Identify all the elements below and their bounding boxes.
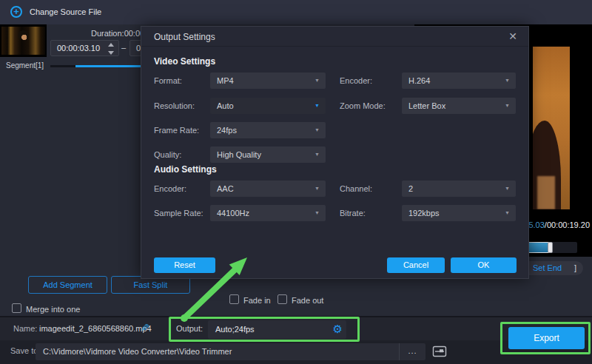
export-button[interactable]: Export — [508, 327, 585, 349]
chevron-down-icon: ▼ — [314, 73, 320, 89]
resolution-dropdown[interactable]: Auto▼ — [210, 98, 326, 114]
browse-button[interactable]: ... — [399, 343, 426, 360]
sample-rate-value: 44100Hz — [217, 209, 249, 218]
segment-label: Segment[1] — [6, 61, 44, 70]
fade-in-label: Fade in — [243, 296, 271, 305]
cancel-button[interactable]: Cancel — [387, 257, 445, 273]
change-source-file-button[interactable]: Change Source File — [30, 7, 101, 16]
save-path-field[interactable]: C:\Vidmore\Vidmore Video Converter\Video… — [36, 343, 426, 360]
bitrate-dropdown[interactable]: 192kbps▼ — [402, 205, 516, 221]
edit-name-icon[interactable]: ✎ — [141, 322, 149, 334]
sample-rate-label: Sample Rate: — [154, 209, 204, 218]
set-end-label: Set End — [533, 263, 562, 272]
zoom-mode-value: Letter Box — [408, 101, 445, 110]
volume-slider-handle[interactable] — [548, 242, 553, 253]
format-dropdown[interactable]: MP4▼ — [210, 73, 326, 89]
fade-out-checkbox[interactable] — [278, 294, 287, 304]
audio-encoder-value: AAC — [217, 184, 234, 193]
chevron-down-icon: ▼ — [314, 205, 320, 221]
start-time-value: 00:00:03.10 — [57, 44, 100, 53]
spinner-down-icon[interactable] — [108, 51, 114, 55]
video-encoder-label: Encoder: — [340, 76, 372, 85]
merge-into-one-checkbox[interactable] — [12, 303, 21, 313]
frame-rate-label: Frame Rate: — [154, 126, 199, 135]
duration-label: Duration:00:00 — [91, 29, 144, 38]
sample-rate-dropdown[interactable]: 44100Hz▼ — [210, 205, 326, 221]
segment-progress-track[interactable] — [50, 65, 75, 67]
channel-label: Channel: — [340, 184, 372, 193]
frame-rate-dropdown[interactable]: 24fps▼ — [210, 122, 326, 138]
audio-encoder-label: Encoder: — [154, 184, 186, 193]
chevron-down-icon: ▼ — [505, 98, 510, 114]
set-end-bracket-right: ] — [574, 263, 576, 272]
audio-encoder-dropdown[interactable]: AAC▼ — [210, 181, 326, 197]
chevron-down-icon: ▼ — [314, 98, 320, 114]
bitrate-value: 192kbps — [408, 209, 440, 218]
audio-settings-heading: Audio Settings — [154, 164, 217, 175]
reset-button[interactable]: Reset — [154, 257, 215, 273]
save-path-value: C:\Vidmore\Vidmore Video Converter\Video… — [43, 347, 232, 356]
bitrate-label: Bitrate: — [340, 209, 366, 218]
chevron-down-icon: ▼ — [314, 122, 320, 138]
video-figure-detail — [537, 176, 555, 209]
channel-value: 2 — [408, 184, 413, 193]
zoom-mode-label: Zoom Mode: — [340, 101, 386, 110]
gear-icon[interactable]: ⚙ — [333, 323, 343, 336]
spinner-up-icon[interactable] — [108, 43, 114, 47]
video-preview-frame — [533, 47, 570, 209]
format-label: Format: — [154, 76, 182, 85]
resolution-value: Auto — [217, 101, 234, 110]
merge-into-one-label: Merge into one — [26, 305, 80, 314]
fade-out-label: Fade out — [292, 296, 323, 305]
chevron-down-icon: ▼ — [505, 73, 510, 89]
start-time-input[interactable]: 00:00:03.10 — [50, 40, 119, 56]
resolution-label: Resolution: — [154, 101, 195, 110]
total-time: /00:00:19.20 — [545, 220, 590, 229]
video-encoder-value: H.264 — [408, 76, 430, 85]
chevron-down-icon: ▼ — [505, 181, 510, 197]
dialog-title: Output Settings — [154, 32, 215, 42]
file-name: imageedit_2_6860568860.mp4 — [39, 324, 152, 333]
output-label: Output: — [176, 324, 203, 333]
dialog-header: Output Settings ✕ — [141, 27, 528, 47]
frame-rate-value: 24fps — [217, 126, 237, 135]
quality-value: High Quality — [217, 150, 261, 159]
output-format-field[interactable]: Auto;24fps ⚙ — [208, 320, 346, 339]
video-trimmer-window: + Change Source File Duration:00:00 00:0… — [0, 0, 592, 364]
format-value: MP4 — [217, 76, 234, 85]
quality-label: Quality: — [154, 150, 181, 159]
add-source-icon[interactable]: + — [10, 6, 22, 18]
save-bar: Save to: C:\Vidmore\Vidmore Video Conver… — [0, 340, 592, 364]
output-settings-dialog: Output Settings ✕ Video Settings Format:… — [141, 26, 529, 279]
time-spinner[interactable] — [107, 43, 115, 55]
chevron-down-icon: ▼ — [314, 146, 320, 163]
video-settings-heading: Video Settings — [154, 56, 215, 67]
quality-dropdown[interactable]: High Quality▼ — [210, 146, 326, 163]
add-segment-button[interactable]: Add Segment — [28, 276, 107, 294]
output-format-value: Auto;24fps — [215, 325, 255, 334]
segment-thumbnail[interactable] — [0, 24, 47, 57]
output-bar: Name: imageedit_2_6860568860.mp4 ✎ Outpu… — [0, 316, 592, 340]
ok-button[interactable]: OK — [451, 257, 517, 273]
close-icon[interactable]: ✕ — [506, 30, 519, 43]
chevron-down-icon: ▼ — [314, 181, 320, 197]
open-folder-icon[interactable] — [431, 343, 448, 360]
time-range-dash: – — [121, 43, 126, 52]
chevron-down-icon: ▼ — [505, 205, 510, 221]
name-label: Name: — [13, 324, 37, 333]
zoom-mode-dropdown[interactable]: Letter Box▼ — [402, 98, 516, 114]
top-bar: + Change Source File — [0, 0, 592, 24]
fade-in-checkbox[interactable] — [229, 294, 239, 304]
video-encoder-dropdown[interactable]: H.264▼ — [402, 73, 516, 89]
segment-thumbnail-image — [1, 27, 45, 55]
channel-dropdown[interactable]: 2▼ — [402, 181, 516, 197]
